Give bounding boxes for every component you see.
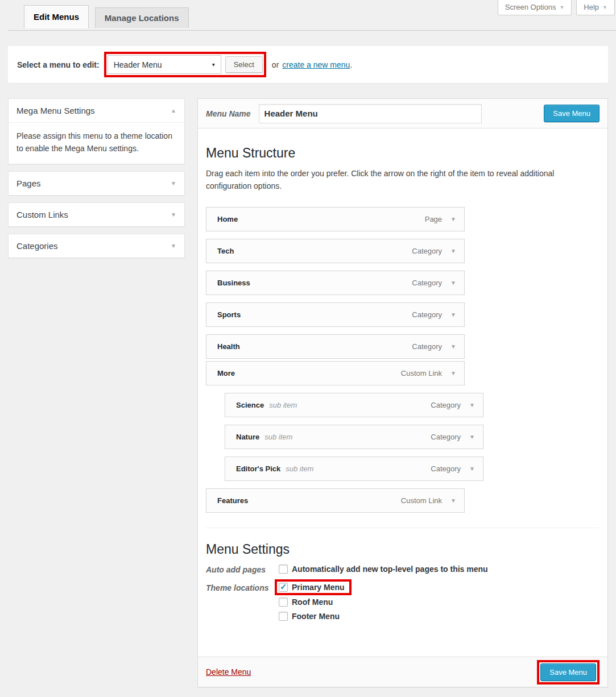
menu-select-dropdown[interactable]: Header Menu ▾ bbox=[108, 55, 221, 74]
panel-mega-menu-settings: Mega Menu Settings ▲ Please assign this … bbox=[8, 98, 185, 164]
theme-locations-row: Theme locations ✓ Primary Menu Roof Menu bbox=[206, 582, 600, 626]
menu-item-type: Category bbox=[431, 433, 461, 441]
menu-name-input[interactable] bbox=[259, 104, 482, 123]
menu-item-label: Health bbox=[217, 342, 240, 351]
check-icon: ✓ bbox=[280, 583, 287, 591]
chevron-down-icon[interactable]: ▼ bbox=[469, 466, 475, 472]
menu-item-label: Nature bbox=[236, 433, 259, 441]
sub-item-note: sub item bbox=[286, 464, 313, 473]
menu-item-label: Features bbox=[217, 496, 248, 505]
panel-pages: Pages ▼ bbox=[8, 171, 185, 196]
menu-item-label: Editor's Pick bbox=[236, 464, 280, 473]
menu-item-editors-pick[interactable]: Editor's Pick sub item Category ▼ bbox=[225, 457, 483, 481]
menu-item-health[interactable]: Health Category ▼ bbox=[206, 334, 465, 359]
menu-item-type: Category bbox=[412, 247, 442, 255]
or-text: or bbox=[272, 60, 279, 69]
footer-menu-checkbox-label[interactable]: Footer Menu bbox=[292, 612, 340, 621]
chevron-down-icon[interactable]: ▼ bbox=[450, 216, 456, 222]
chevron-down-icon[interactable]: ▼ bbox=[469, 434, 475, 440]
chevron-down-icon[interactable]: ▼ bbox=[450, 370, 456, 376]
chevron-down-icon: ▼ bbox=[602, 5, 607, 10]
help-button[interactable]: Help ▼ bbox=[576, 0, 615, 15]
menu-item-business[interactable]: Business Category ▼ bbox=[206, 271, 465, 295]
menu-item-type: Custom Link bbox=[401, 369, 442, 377]
sub-item-note: sub item bbox=[264, 433, 292, 441]
menu-item-sports[interactable]: Sports Category ▼ bbox=[206, 302, 465, 327]
menu-select-value: Header Menu bbox=[114, 60, 212, 69]
primary-menu-checkbox[interactable]: ✓ bbox=[279, 583, 288, 592]
panel-categories: Categories ▼ bbox=[8, 234, 185, 258]
sub-item-note: sub item bbox=[269, 401, 297, 409]
delete-menu-link[interactable]: Delete Menu bbox=[206, 667, 251, 677]
theme-locations-label: Theme locations bbox=[206, 582, 279, 626]
chevron-down-icon: ▼ bbox=[559, 5, 564, 10]
menu-settings-title: Menu Settings bbox=[206, 542, 600, 557]
menu-item-label: Business bbox=[217, 279, 250, 287]
panel-header-custom-links[interactable]: Custom Links ▼ bbox=[9, 203, 184, 226]
menu-editor-body: Menu Structure Drag each item into the o… bbox=[198, 128, 607, 657]
primary-menu-checkbox-label[interactable]: Primary Menu bbox=[292, 583, 345, 592]
menu-item-label: Science bbox=[236, 401, 264, 409]
menu-editor-footer: Delete Menu Save Menu bbox=[198, 657, 607, 687]
menu-item-label: More bbox=[217, 369, 235, 377]
menu-editor-panel: Menu Name Save Menu Menu Structure Drag … bbox=[197, 98, 608, 687]
chevron-down-icon[interactable]: ▼ bbox=[450, 280, 456, 286]
section-divider bbox=[206, 528, 600, 528]
menu-item-type: Category bbox=[412, 310, 442, 319]
sidebar: Mega Menu Settings ▲ Please assign this … bbox=[8, 98, 185, 265]
panel-header-pages[interactable]: Pages ▼ bbox=[9, 172, 184, 195]
chevron-up-icon: ▲ bbox=[171, 107, 176, 114]
tab-edit-menus[interactable]: Edit Menus bbox=[24, 5, 89, 28]
roof-menu-checkbox-label[interactable]: Roof Menu bbox=[292, 598, 333, 607]
auto-add-pages-label: Auto add pages bbox=[206, 564, 279, 574]
panel-title: Custom Links bbox=[16, 210, 171, 219]
chevron-down-icon[interactable]: ▼ bbox=[469, 402, 475, 408]
panel-title: Mega Menu Settings bbox=[16, 106, 171, 115]
auto-add-pages-checkbox-label[interactable]: Automatically add new top-level pages to… bbox=[292, 565, 488, 574]
menu-item-type: Category bbox=[412, 342, 442, 351]
menu-item-label: Tech bbox=[217, 247, 234, 255]
panel-title: Pages bbox=[16, 179, 171, 188]
panel-custom-links: Custom Links ▼ bbox=[8, 202, 185, 227]
menu-item-type: Custom Link bbox=[401, 496, 442, 505]
menu-item-science[interactable]: Science sub item Category ▼ bbox=[225, 393, 483, 417]
menu-item-type: Category bbox=[412, 279, 442, 287]
menu-item-tech[interactable]: Tech Category ▼ bbox=[206, 239, 465, 263]
auto-add-pages-row: Auto add pages Automatically add new top… bbox=[206, 564, 600, 574]
screen-options-button[interactable]: Screen Options ▼ bbox=[498, 0, 572, 15]
panel-header-mega-menu-settings[interactable]: Mega Menu Settings ▲ bbox=[9, 99, 184, 122]
menu-item-home[interactable]: Home Page ▼ bbox=[206, 207, 465, 231]
menu-item-type: Page bbox=[425, 215, 442, 223]
menu-item-more[interactable]: More Custom Link ▼ bbox=[206, 361, 465, 385]
panel-title: Categories bbox=[16, 241, 171, 251]
chevron-down-icon: ▼ bbox=[171, 180, 176, 186]
highlight-box-primary-menu: ✓ Primary Menu bbox=[275, 579, 352, 595]
menu-name-bar: Menu Name Save Menu bbox=[198, 99, 607, 128]
menu-item-nature[interactable]: Nature sub item Category ▼ bbox=[225, 425, 483, 449]
menu-structure-title: Menu Structure bbox=[206, 146, 600, 161]
menu-item-type: Category bbox=[431, 401, 461, 409]
chevron-down-icon[interactable]: ▼ bbox=[450, 497, 456, 504]
save-menu-button-top[interactable]: Save Menu bbox=[544, 105, 600, 122]
menu-item-label: Sports bbox=[217, 310, 241, 319]
create-new-menu-link[interactable]: create a new menu bbox=[282, 60, 350, 69]
chevron-down-icon[interactable]: ▼ bbox=[450, 248, 456, 254]
footer-menu-checkbox[interactable] bbox=[279, 612, 288, 621]
roof-menu-checkbox[interactable] bbox=[279, 598, 288, 607]
auto-add-pages-checkbox[interactable] bbox=[279, 565, 288, 574]
tab-manage-locations[interactable]: Manage Locations bbox=[95, 7, 189, 28]
select-menu-label: Select a menu to edit: bbox=[17, 60, 100, 69]
highlight-box-save-menu: Save Menu bbox=[537, 660, 600, 684]
menu-select-bar: Select a menu to edit: Header Menu ▾ Sel… bbox=[8, 46, 608, 83]
menu-name-label: Menu Name bbox=[206, 109, 251, 118]
chevron-down-icon[interactable]: ▼ bbox=[450, 312, 456, 318]
menu-item-type: Category bbox=[431, 464, 461, 473]
save-menu-button-bottom[interactable]: Save Menu bbox=[540, 663, 596, 681]
theme-locations-list: ✓ Primary Menu Roof Menu Footer Menu bbox=[279, 582, 352, 626]
select-button[interactable]: Select bbox=[225, 56, 263, 73]
chevron-down-icon: ▾ bbox=[212, 61, 215, 68]
panel-header-categories[interactable]: Categories ▼ bbox=[9, 234, 184, 258]
period-text: . bbox=[350, 60, 352, 69]
chevron-down-icon[interactable]: ▼ bbox=[450, 343, 456, 350]
menu-item-features[interactable]: Features Custom Link ▼ bbox=[206, 488, 465, 513]
